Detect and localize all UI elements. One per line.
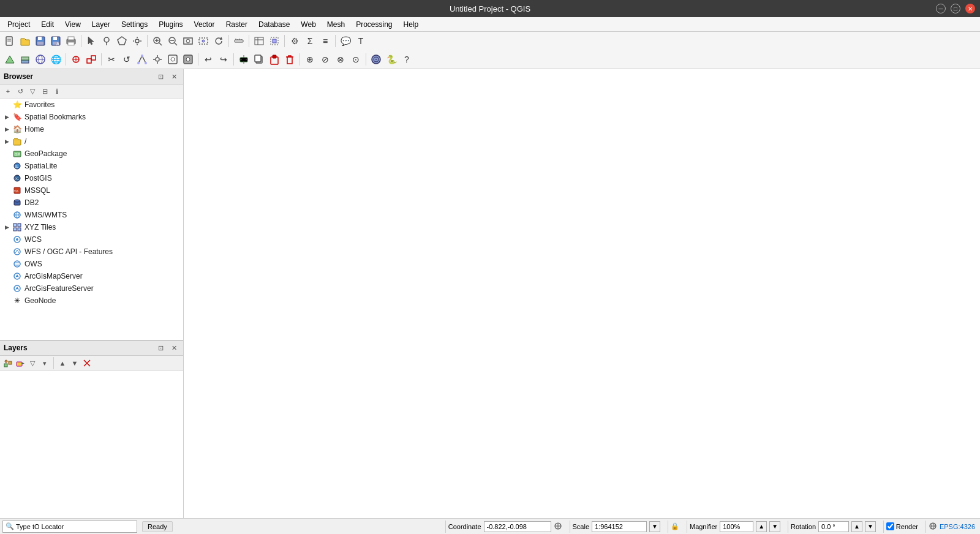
zoom-full-button[interactable]	[181, 34, 195, 48]
layers-filter-button[interactable]: ▽	[27, 358, 38, 369]
browser-properties-button[interactable]: ℹ	[51, 86, 62, 97]
menu-processing[interactable]: Processing	[351, 19, 397, 30]
offset-button[interactable]: ⊙	[349, 52, 363, 67]
browser-item-mssql[interactable]: SQL MSSQL	[0, 184, 183, 197]
refresh-button[interactable]	[211, 34, 226, 48]
digitizing-tool-2[interactable]	[18, 52, 32, 67]
settings-button[interactable]: ⚙	[287, 34, 302, 48]
field-calc-button[interactable]: ≡	[318, 34, 333, 48]
browser-item-geopackage[interactable]: GP GeoPackage	[0, 148, 183, 160]
layers-more-button[interactable]: ▾	[39, 358, 50, 369]
browser-item-wfs[interactable]: WFS / OGC API - Features	[0, 246, 183, 258]
crs-value[interactable]: EPSG:4326	[940, 523, 975, 530]
browser-item-db2[interactable]: DB2	[0, 197, 183, 209]
close-button[interactable]: ✕	[965, 4, 975, 13]
coordinate-input[interactable]	[484, 521, 551, 532]
browser-item-spatialite[interactable]: SL SpatiaLite	[0, 160, 183, 172]
snapping-button[interactable]	[69, 52, 83, 67]
attribute-table-button[interactable]	[252, 34, 266, 48]
statistics-button[interactable]: Σ	[303, 34, 317, 48]
select-tool-button[interactable]	[84, 34, 99, 48]
browser-item-wms[interactable]: WMS/WMTS	[0, 209, 183, 221]
browser-add-button[interactable]: +	[2, 86, 13, 97]
new-project-button[interactable]	[2, 34, 17, 48]
menu-web[interactable]: Web	[296, 19, 320, 30]
select-features-button[interactable]	[267, 34, 282, 48]
menu-layer[interactable]: Layer	[87, 19, 115, 30]
browser-item-favorites[interactable]: ⭐ Favorites	[0, 99, 183, 111]
browser-item-postgis[interactable]: PG PostGIS	[0, 172, 183, 184]
add-ring-button[interactable]	[165, 52, 180, 67]
layers-close-button[interactable]: ✕	[168, 342, 179, 353]
menu-plugins[interactable]: Plugins	[154, 19, 187, 30]
browser-item-root[interactable]: ▶ /	[0, 135, 183, 148]
fill-ring-button[interactable]	[181, 52, 195, 67]
browser-item-home[interactable]: ▶ 🏠 Home	[0, 123, 183, 135]
save-as-button[interactable]: A	[48, 34, 63, 48]
menu-database[interactable]: Database	[254, 19, 295, 30]
layers-add-button[interactable]: +	[15, 358, 26, 369]
redo-button[interactable]: ↪	[216, 52, 231, 67]
browser-collapse-button[interactable]: ⊟	[39, 86, 50, 97]
browser-item-bookmarks[interactable]: ▶ 🔖 Spatial Bookmarks	[0, 111, 183, 123]
scale-dropdown-button[interactable]: ▼	[649, 521, 660, 532]
zoom-in-button[interactable]	[150, 34, 165, 48]
topology-button[interactable]	[84, 52, 99, 67]
magnifier-up-button[interactable]: ▲	[756, 521, 767, 532]
help-button[interactable]: ?	[399, 52, 414, 67]
browser-item-arcfeature[interactable]: ArcGisFeatureServer	[0, 282, 183, 295]
wms-button[interactable]	[33, 52, 48, 67]
menu-view[interactable]: View	[60, 19, 86, 30]
python-button[interactable]: 🐍	[384, 52, 399, 67]
node-tool-button[interactable]	[135, 52, 149, 67]
paste-features-button[interactable]	[267, 52, 282, 67]
menu-help[interactable]: Help	[399, 19, 424, 30]
layers-move-down-button[interactable]: ▼	[69, 358, 80, 369]
move-feature-button[interactable]	[236, 52, 251, 67]
menu-mesh[interactable]: Mesh	[322, 19, 350, 30]
browser-item-arcmap[interactable]: ArcGisMapServer	[0, 270, 183, 282]
browser-item-xyz[interactable]: ▶ XYZ Tiles	[0, 221, 183, 233]
open-project-button[interactable]	[18, 34, 32, 48]
delete-selected-button[interactable]	[282, 52, 297, 67]
measure-button[interactable]	[232, 34, 246, 48]
browser-item-ows[interactable]: OWS	[0, 258, 183, 270]
save-project-button[interactable]	[33, 34, 48, 48]
menu-vector[interactable]: Vector	[189, 19, 220, 30]
render-checkbox[interactable]	[886, 522, 894, 530]
browser-close-button[interactable]: ✕	[168, 71, 179, 82]
text-annotations-button[interactable]: T	[353, 34, 368, 48]
rotation-input[interactable]	[818, 521, 849, 532]
menu-raster[interactable]: Raster	[221, 19, 252, 30]
layers-float-button[interactable]: ⊡	[155, 342, 166, 353]
menu-edit[interactable]: Edit	[36, 19, 59, 30]
merge-features-button[interactable]: ⊕	[303, 52, 317, 67]
move-vertex-button[interactable]	[150, 52, 165, 67]
browser-refresh-button[interactable]: ↺	[15, 86, 26, 97]
layers-move-up-button[interactable]: ▲	[57, 358, 68, 369]
wfs-button[interactable]: 🌐	[48, 52, 63, 67]
layers-open-button[interactable]	[2, 358, 13, 369]
zoom-selection-button[interactable]	[196, 34, 211, 48]
layers-remove-button[interactable]	[81, 358, 92, 369]
annotations-button[interactable]: 💬	[338, 34, 353, 48]
copy-features-button[interactable]	[252, 52, 266, 67]
browser-item-geonode[interactable]: ✳ GeoNode	[0, 295, 183, 307]
cut-button[interactable]: ✂	[104, 52, 119, 67]
reshape-button[interactable]: ⊗	[333, 52, 348, 67]
menu-project[interactable]: Project	[2, 19, 35, 30]
browser-filter-button[interactable]: ▽	[27, 86, 38, 97]
digitize-button[interactable]	[115, 34, 129, 48]
browser-float-button[interactable]: ⊡	[155, 71, 166, 82]
browser-item-wcs[interactable]: WCS	[0, 233, 183, 246]
digitizing-tool-1[interactable]	[2, 52, 17, 67]
rotation-up-button[interactable]: ▲	[851, 521, 862, 532]
undo-button[interactable]: ↩	[201, 52, 216, 67]
rotate-button[interactable]: ↺	[119, 52, 134, 67]
locator-input[interactable]	[16, 523, 134, 530]
identify-button[interactable]	[99, 34, 114, 48]
menu-settings[interactable]: Settings	[116, 19, 153, 30]
split-features-button[interactable]: ⊘	[318, 52, 333, 67]
magnifier-input[interactable]	[720, 521, 753, 532]
rotation-down-button[interactable]: ▼	[865, 521, 876, 532]
